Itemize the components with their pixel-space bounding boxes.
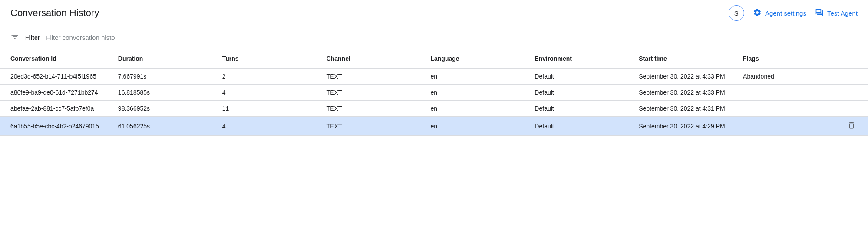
cell-environment: Default xyxy=(529,117,634,136)
cell-duration: 7.667991s xyxy=(113,69,217,85)
cell-conversation-id: 20ed3d-652-b14-711-b4f5f1965 xyxy=(0,69,113,85)
cell-actions xyxy=(842,69,868,85)
table-row[interactable]: a86fe9-ba9-de0-61d-7271bb27416.818585s4T… xyxy=(0,85,868,101)
filter-input[interactable] xyxy=(46,34,142,41)
col-header-environment[interactable]: Environment xyxy=(529,49,634,69)
header-actions: S Agent settings Test Agent xyxy=(729,5,858,21)
avatar-initial: S xyxy=(734,10,739,17)
cell-actions xyxy=(842,117,868,136)
cell-start-time: September 30, 2022 at 4:33 PM xyxy=(634,69,738,85)
col-header-actions xyxy=(842,49,868,69)
cell-language: en xyxy=(425,69,529,85)
cell-language: en xyxy=(425,101,529,117)
trash-icon[interactable] xyxy=(847,121,856,130)
cell-actions xyxy=(842,101,868,117)
cell-channel: TEXT xyxy=(321,69,426,85)
cell-flags xyxy=(738,101,842,117)
col-header-flags[interactable]: Flags xyxy=(738,49,842,69)
cell-environment: Default xyxy=(529,69,634,85)
table-row[interactable]: 20ed3d-652-b14-711-b4f5f19657.667991s2TE… xyxy=(0,69,868,85)
test-agent-link[interactable]: Test Agent xyxy=(815,8,858,18)
filter-bar: Filter xyxy=(0,26,868,49)
cell-language: en xyxy=(425,85,529,101)
cell-turns: 4 xyxy=(217,117,321,136)
cell-start-time: September 30, 2022 at 4:33 PM xyxy=(634,85,738,101)
cell-language: en xyxy=(425,117,529,136)
cell-start-time: September 30, 2022 at 4:31 PM xyxy=(634,101,738,117)
gear-icon xyxy=(753,8,762,18)
col-header-id[interactable]: Conversation Id xyxy=(0,49,113,69)
col-header-turns[interactable]: Turns xyxy=(217,49,321,69)
cell-channel: TEXT xyxy=(321,85,426,101)
test-agent-label: Test Agent xyxy=(827,10,858,17)
col-header-language[interactable]: Language xyxy=(425,49,529,69)
cell-conversation-id: 6a1b55-b5e-cbc-4b2-b24679015 xyxy=(0,117,113,136)
cell-channel: TEXT xyxy=(321,101,426,117)
cell-duration: 61.056225s xyxy=(113,117,217,136)
cell-environment: Default xyxy=(529,85,634,101)
cell-conversation-id: a86fe9-ba9-de0-61d-7271bb274 xyxy=(0,85,113,101)
cell-flags: Abandoned xyxy=(738,69,842,85)
cell-channel: TEXT xyxy=(321,117,426,136)
cell-conversation-id: abefae-2ab-881-cc7-5afb7ef0a xyxy=(0,101,113,117)
conversations-table: Conversation Id Duration Turns Channel L… xyxy=(0,49,868,136)
cell-turns: 11 xyxy=(217,101,321,117)
agent-settings-link[interactable]: Agent settings xyxy=(753,8,806,18)
cell-duration: 98.366952s xyxy=(113,101,217,117)
cell-turns: 2 xyxy=(217,69,321,85)
cell-start-time: September 30, 2022 at 4:29 PM xyxy=(634,117,738,136)
table-row[interactable]: abefae-2ab-881-cc7-5afb7ef0a98.366952s11… xyxy=(0,101,868,117)
chat-icon xyxy=(815,8,824,18)
cell-actions xyxy=(842,85,868,101)
cell-turns: 4 xyxy=(217,85,321,101)
table-row[interactable]: 6a1b55-b5e-cbc-4b2-b2467901561.056225s4T… xyxy=(0,117,868,136)
filter-label: Filter xyxy=(25,34,40,41)
avatar[interactable]: S xyxy=(729,5,744,21)
table-header-row: Conversation Id Duration Turns Channel L… xyxy=(0,49,868,69)
col-header-start-time[interactable]: Start time xyxy=(634,49,738,69)
cell-flags xyxy=(738,117,842,136)
agent-settings-label: Agent settings xyxy=(765,10,806,17)
cell-environment: Default xyxy=(529,101,634,117)
page-header: Conversation History S Agent settings Te… xyxy=(0,0,868,26)
filter-icon[interactable] xyxy=(10,33,19,43)
col-header-channel[interactable]: Channel xyxy=(321,49,426,69)
page-title: Conversation History xyxy=(10,7,99,19)
col-header-duration[interactable]: Duration xyxy=(113,49,217,69)
cell-flags xyxy=(738,85,842,101)
cell-duration: 16.818585s xyxy=(113,85,217,101)
